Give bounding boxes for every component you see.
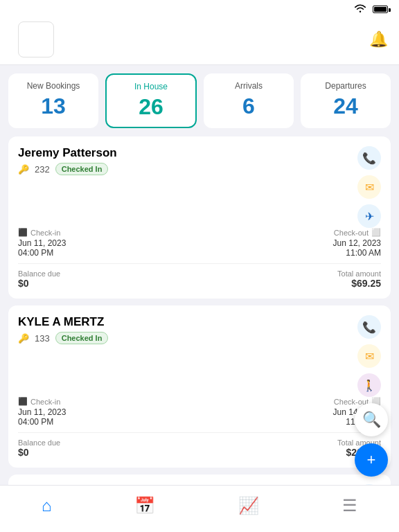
- nav-calendar-icon: 📅: [134, 496, 155, 515]
- stat-value: 24: [307, 94, 384, 119]
- stat-card-new-bookings[interactable]: New Bookings 13: [8, 73, 98, 128]
- nav-menu-icon: ☰: [342, 496, 357, 515]
- flight-icon: ✈: [357, 204, 381, 228]
- balance-group: Balance due $0: [18, 438, 60, 458]
- phone-button[interactable]: 📞: [357, 146, 381, 170]
- balance-group: Balance due $0: [18, 269, 60, 289]
- stat-value: 26: [112, 94, 190, 120]
- nav-chart-icon: 📈: [238, 496, 259, 515]
- checkin-icon: ⬛: [18, 397, 28, 406]
- checkin-label: ⬛ Check-in: [18, 228, 66, 237]
- checkin-time: 04:00 PM: [18, 417, 66, 427]
- guest-card[interactable]: KYLE A MERTZ 🔑 133 Checked In 📞 ✉ 🚶 ⬛ Ch…: [8, 305, 391, 468]
- balance-value: $0: [18, 278, 60, 289]
- guest-header: KYLE A MERTZ 🔑 133 Checked In 📞 ✉ 🚶: [18, 315, 381, 397]
- fab-group: 🔍 +: [355, 403, 388, 477]
- email-button[interactable]: ✉: [357, 175, 381, 199]
- stat-label: Departures: [307, 81, 384, 91]
- guest-meta: 🔑 133 Checked In: [18, 332, 108, 344]
- guest-actions: 📞 ✉ 🚶: [357, 315, 381, 397]
- stat-card-departures[interactable]: Departures 24: [301, 73, 391, 128]
- checkin-time: 04:00 PM: [18, 248, 66, 258]
- status-badge: Checked In: [55, 163, 109, 175]
- room-number: 133: [35, 333, 50, 344]
- battery-icon: [373, 6, 388, 13]
- status-time: [11, 5, 13, 15]
- checkin-group: ⬛ Check-in Jun 11, 2023 04:00 PM: [18, 228, 66, 258]
- walk-icon: 🚶: [357, 373, 381, 397]
- checkout-icon: ⬜: [371, 228, 381, 237]
- room-number: 232: [35, 164, 50, 175]
- guest-actions: 📞 ✉ ✈: [357, 146, 381, 228]
- guest-name: KYLE A MERTZ: [18, 315, 108, 329]
- stat-label: Arrivals: [210, 81, 287, 91]
- balance-label: Balance due: [18, 438, 60, 447]
- stats-row: New Bookings 13 In House 26 Arrivals 6 D…: [0, 65, 399, 136]
- bottom-nav: ⌂📅📈☰: [0, 485, 399, 532]
- nav-chart[interactable]: 📈: [238, 496, 259, 515]
- search-fab-button[interactable]: 🔍: [355, 403, 388, 436]
- email-button[interactable]: ✉: [357, 344, 381, 368]
- status-indicators: [355, 4, 388, 15]
- header: 🔔: [0, 17, 399, 65]
- balance-label: Balance due: [18, 269, 60, 278]
- stat-value: 13: [15, 94, 92, 119]
- stat-label: New Bookings: [15, 81, 92, 91]
- hotel-logo: [18, 21, 54, 57]
- wifi-icon: [355, 4, 366, 15]
- key-icon: 🔑: [18, 333, 29, 344]
- status-badge: Checked In: [55, 332, 109, 344]
- dates-row: ⬛ Check-in Jun 11, 2023 04:00 PM Check-o…: [18, 228, 381, 258]
- guest-name: Jeremy Patterson: [18, 146, 117, 160]
- nav-calendar[interactable]: 📅: [134, 496, 155, 515]
- checkin-date: Jun 11, 2023: [18, 238, 66, 248]
- checkout-group: Check-out ⬜ Jun 12, 2023 11:00 AM: [333, 228, 381, 258]
- add-fab-button[interactable]: +: [355, 443, 388, 477]
- guest-header: Jeremy Patterson 🔑 232 Checked In 📞 ✉ ✈: [18, 146, 381, 228]
- checkout-label: Check-out ⬜: [333, 228, 381, 237]
- stat-label: In House: [112, 82, 190, 91]
- balance-row: Balance due $0 Total amount $265.84: [18, 432, 381, 458]
- phone-button[interactable]: 📞: [357, 315, 381, 339]
- logo-container: [18, 21, 61, 57]
- guest-card[interactable]: Jeremy Patterson 🔑 232 Checked In 📞 ✉ ✈ …: [8, 136, 391, 299]
- checkin-date: Jun 11, 2023: [18, 407, 66, 417]
- checkout-date: Jun 12, 2023: [333, 238, 381, 248]
- balance-row: Balance due $0 Total amount $69.25: [18, 263, 381, 289]
- total-group: Total amount $69.25: [337, 269, 381, 289]
- checkin-label: ⬛ Check-in: [18, 397, 66, 406]
- notification-bell-icon[interactable]: 🔔: [369, 30, 388, 48]
- nav-home-icon: ⌂: [42, 496, 52, 515]
- total-value: $69.25: [337, 278, 381, 289]
- total-label: Total amount: [337, 269, 381, 278]
- checkout-time: 11:00 AM: [333, 248, 381, 258]
- dates-row: ⬛ Check-in Jun 11, 2023 04:00 PM Check-o…: [18, 397, 381, 427]
- guest-meta: 🔑 232 Checked In: [18, 163, 117, 175]
- stat-card-arrivals[interactable]: Arrivals 6: [204, 73, 294, 128]
- nav-menu[interactable]: ☰: [342, 496, 357, 515]
- stat-value: 6: [210, 94, 287, 119]
- nav-home[interactable]: ⌂: [42, 496, 52, 515]
- key-icon: 🔑: [18, 164, 29, 175]
- balance-value: $0: [18, 447, 60, 458]
- status-bar: [0, 0, 399, 17]
- checkin-icon: ⬛: [18, 228, 28, 237]
- checkin-group: ⬛ Check-in Jun 11, 2023 04:00 PM: [18, 397, 66, 427]
- stat-card-in-house[interactable]: In House 26: [105, 73, 197, 128]
- guest-list: Jeremy Patterson 🔑 232 Checked In 📞 ✉ ✈ …: [0, 136, 399, 532]
